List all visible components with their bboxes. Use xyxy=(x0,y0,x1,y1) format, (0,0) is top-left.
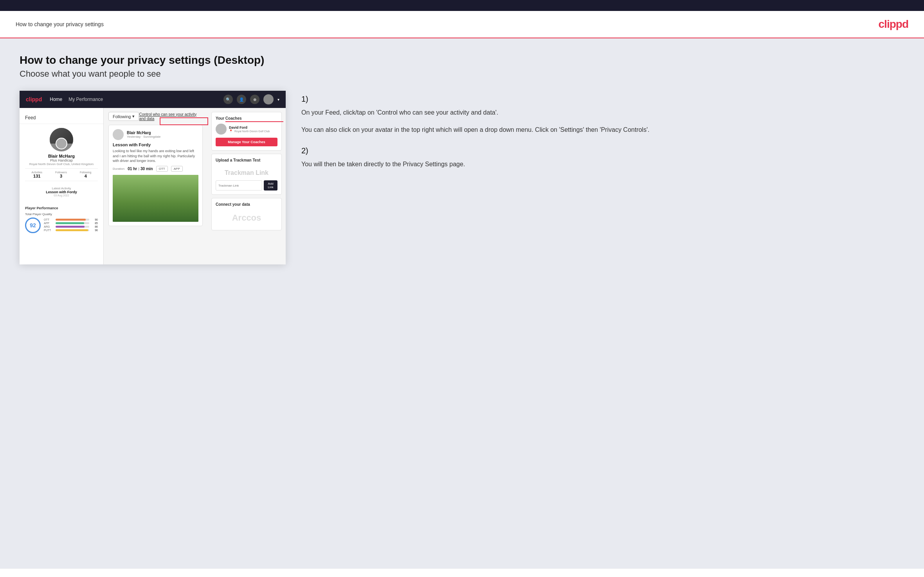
step1-text: On your Feed, click/tap on 'Control who … xyxy=(301,108,904,118)
metric-arg-bar-bg xyxy=(56,226,89,228)
user-avatar[interactable] xyxy=(263,94,274,104)
connect-title: Connect your data xyxy=(216,202,277,207)
metric-putt-bar xyxy=(56,229,88,231)
instruction-1: 1) On your Feed, click/tap on 'Control w… xyxy=(301,95,904,135)
coaches-title: Your Coaches xyxy=(216,116,277,120)
coach-avatar xyxy=(216,124,227,135)
nav-home[interactable]: Home xyxy=(50,97,62,102)
post-user-name: Blair McHarg xyxy=(127,131,160,135)
post-header: Blair McHarg Yesterday · Sunningdale xyxy=(113,129,198,140)
following-bar: Following ▾ Control who can see your act… xyxy=(108,112,203,121)
duration-value: 01 hr : 30 min xyxy=(128,167,153,171)
profile-club: Royal North Devon Golf Club, United King… xyxy=(25,162,98,166)
metric-arg-bar xyxy=(56,226,85,228)
connect-card: Connect your data Arccos xyxy=(211,198,282,230)
coach-name: David Ford xyxy=(229,126,270,129)
stat-activities-value: 131 xyxy=(31,174,42,178)
trackman-placeholder: Trackman Link xyxy=(216,165,277,180)
profile-image xyxy=(50,128,73,151)
feed-tab[interactable]: Feed xyxy=(20,112,103,124)
latest-activity-value: Lesson with Fordy xyxy=(31,190,92,194)
following-label: Following xyxy=(113,114,131,119)
plus-icon[interactable]: ⊕ xyxy=(250,95,259,104)
stat-following-label: Following xyxy=(80,171,92,174)
dropdown-arrow-icon: ▾ xyxy=(132,114,135,119)
stat-following-value: 4 xyxy=(80,174,92,178)
metric-arg-label: ARG xyxy=(44,225,54,228)
pp-title: Player Performance xyxy=(25,206,98,210)
pp-content: 92 OTT 90 APP 85 xyxy=(25,217,98,233)
content-layout: clippd Home My Performance 🔍 👤 ⊕ ▾ Feed xyxy=(20,91,904,264)
mockup-screenshot: clippd Home My Performance 🔍 👤 ⊕ ▾ Feed xyxy=(20,91,286,264)
coach-info: David Ford 📍 Royal North Devon Golf Club xyxy=(229,126,270,133)
profile-handicap: Plus Handicap xyxy=(25,158,98,162)
trackman-input[interactable] xyxy=(216,180,262,191)
app-sidebar: Feed Blair McHarg Plus Handicap Royal No… xyxy=(20,108,104,264)
avatar-dropdown-arrow[interactable]: ▾ xyxy=(277,97,279,102)
duration-label: Duration xyxy=(113,167,124,171)
header: How to change your privacy settings clip… xyxy=(0,11,924,38)
metric-ott-bar-bg xyxy=(56,219,89,221)
post-image xyxy=(113,175,198,222)
footer: Copyright Clippd 2022 xyxy=(0,568,924,577)
instruction-2: 2) You will then be taken directly to th… xyxy=(301,146,904,169)
user-icon[interactable]: 👤 xyxy=(237,95,246,104)
step1-extra: You can also click on your avatar in the… xyxy=(301,125,904,135)
metric-putt-label: PUTT xyxy=(44,229,54,232)
search-icon[interactable]: 🔍 xyxy=(223,95,233,104)
instructions: 1) On your Feed, click/tap on 'Control w… xyxy=(301,91,904,181)
nav-performance[interactable]: My Performance xyxy=(68,97,103,102)
coach-club: 📍 Royal North Devon Golf Club xyxy=(229,129,270,133)
page-heading: How to change your privacy settings (Des… xyxy=(20,54,904,67)
profile-avatar xyxy=(56,138,67,149)
following-button[interactable]: Following ▾ xyxy=(108,112,139,121)
stat-followers: Followers 3 xyxy=(55,171,67,178)
post-user-info: Blair McHarg Yesterday · Sunningdale xyxy=(127,131,160,138)
metric-app-label: APP xyxy=(44,222,54,225)
trackman-card: Upload a Trackman Test Trackman Link Add… xyxy=(211,154,282,195)
metric-arg: ARG 86 xyxy=(44,225,98,228)
top-bar xyxy=(0,0,924,11)
metric-ott-value: 90 xyxy=(91,218,98,221)
add-link-button[interactable]: Add Link xyxy=(264,180,277,191)
player-performance: Player Performance Total Player Quality … xyxy=(20,203,103,236)
step1-number: 1) xyxy=(301,95,904,104)
coaches-card: Your Coaches David Ford 📍 Royal North De… xyxy=(211,112,282,151)
stat-followers-value: 3 xyxy=(55,174,67,178)
score-circle: 92 xyxy=(25,217,41,233)
metric-app-value: 85 xyxy=(91,222,98,225)
metric-arg-value: 86 xyxy=(91,225,98,228)
stat-following: Following 4 xyxy=(80,171,92,178)
duration-row: Duration 01 hr : 30 min OTT APP xyxy=(113,166,198,172)
latest-activity: Latest Activity Lesson with Fordy 03 Aug… xyxy=(25,184,98,199)
control-link[interactable]: Control who can see your activity and da… xyxy=(139,112,203,121)
stat-activities-label: Activities xyxy=(31,171,42,174)
metrics: OTT 90 APP 85 ARG xyxy=(44,218,98,232)
post-card: Blair McHarg Yesterday · Sunningdale Les… xyxy=(108,125,203,226)
main-content: How to change your privacy settings (Des… xyxy=(0,38,924,568)
metric-app: APP 85 xyxy=(44,222,98,225)
coach-item: David Ford 📍 Royal North Devon Golf Club xyxy=(216,124,277,135)
tag-ott[interactable]: OTT xyxy=(156,166,168,172)
header-title: How to change your privacy settings xyxy=(16,21,104,27)
metric-ott-bar xyxy=(56,219,86,221)
app-main: Following ▾ Control who can see your act… xyxy=(104,108,207,264)
manage-coaches-button[interactable]: Manage Your Coaches xyxy=(216,138,277,146)
metric-app-bar xyxy=(56,222,84,224)
profile-section: Blair McHarg Plus Handicap Royal North D… xyxy=(20,124,103,203)
stat-followers-label: Followers xyxy=(55,171,67,174)
latest-activity-date: 03 Aug 2022 xyxy=(31,194,92,197)
metric-ott-label: OTT xyxy=(44,218,54,221)
pp-quality: Total Player Quality xyxy=(25,212,98,216)
profile-stats: Activities 131 Followers 3 Following 4 xyxy=(25,168,98,181)
metric-putt: PUTT 96 xyxy=(44,229,98,232)
page-subheading: Choose what you want people to see xyxy=(20,69,904,79)
app-body: Feed Blair McHarg Plus Handicap Royal No… xyxy=(20,108,286,264)
app-nav: clippd Home My Performance 🔍 👤 ⊕ ▾ xyxy=(20,91,286,108)
trackman-title: Upload a Trackman Test xyxy=(216,158,277,162)
tag-app[interactable]: APP xyxy=(171,166,183,172)
pin-icon: 📍 xyxy=(229,129,233,133)
metric-putt-value: 96 xyxy=(91,229,98,232)
latest-activity-label: Latest Activity xyxy=(31,187,92,190)
trackman-input-row: Add Link xyxy=(216,180,277,191)
